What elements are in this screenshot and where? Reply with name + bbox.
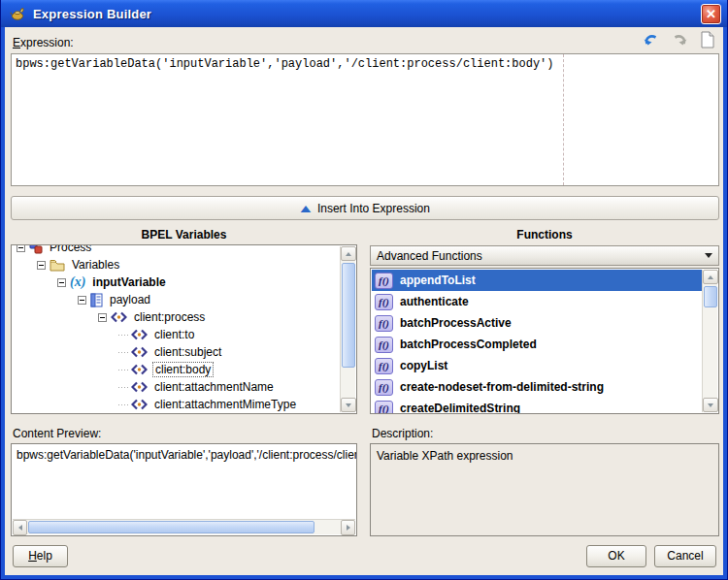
function-name: appendToList — [400, 274, 476, 287]
xml-element-icon — [131, 329, 148, 340]
xml-element-icon — [131, 381, 148, 393]
tree-node[interactable]: client:subject — [13, 343, 340, 361]
functions-vertical-scrollbar[interactable] — [702, 270, 717, 412]
chevron-down-icon — [705, 253, 712, 258]
collapse-icon[interactable] — [78, 296, 86, 305]
tree-node-label: client:to — [152, 328, 196, 341]
expression-toolbar — [642, 30, 717, 49]
insert-button-label: Insert Into Expression — [317, 202, 430, 215]
expression-text: bpws:getVariableData('inputVariable','pa… — [16, 57, 714, 71]
scroll-down-icon[interactable] — [341, 398, 356, 412]
help-button[interactable]: Help — [13, 545, 68, 567]
dialog-body: Expression: — [5, 27, 723, 575]
xml-element-icon — [111, 311, 127, 323]
function-item[interactable]: f()copyList — [372, 355, 702, 376]
tree-node-label: inputVariable — [90, 275, 167, 289]
tree-connector — [118, 370, 130, 371]
function-item[interactable]: f()create-nodeset-from-delimited-string — [372, 376, 702, 398]
scroll-right-icon[interactable] — [341, 520, 355, 535]
tree-node[interactable]: Variables — [13, 256, 340, 274]
collapse-icon[interactable] — [98, 313, 107, 322]
xml-element-icon — [131, 399, 148, 410]
tree-node-label: payload — [108, 293, 152, 306]
functions-scrollbar-thumb[interactable] — [704, 286, 717, 307]
bpel-variables-tree[interactable]: ProcessVariables(x)inputVariablepayloadc… — [11, 244, 357, 414]
function-icon: f() — [375, 294, 393, 310]
description-label: Description: — [372, 427, 433, 440]
function-name: batchProcessActive — [400, 316, 512, 330]
function-item[interactable]: f()appendToList — [372, 270, 702, 291]
undo-icon[interactable] — [642, 30, 661, 49]
insert-arrow-icon: ▲ — [297, 203, 314, 214]
tree-node[interactable]: client:attachmentURI — [13, 413, 340, 414]
function-icon: f() — [375, 315, 393, 332]
tree-connector — [118, 352, 130, 353]
tree-vertical-scrollbar[interactable] — [340, 246, 355, 412]
description-text: Variable XPath expression — [377, 449, 513, 463]
tree-connector — [118, 404, 130, 405]
insert-into-expression-button[interactable]: ▲ Insert Into Expression — [11, 196, 719, 220]
function-icon: f() — [375, 358, 393, 374]
tree-connector — [118, 387, 130, 388]
window-titlebar[interactable]: Expression Builder ✕ — [1, 0, 727, 27]
collapse-icon[interactable] — [17, 244, 25, 252]
tree-node[interactable]: client:attachmentName — [13, 378, 340, 396]
function-name: batchProcessCompleted — [400, 338, 537, 351]
tree-node-label: client:subject — [152, 345, 223, 359]
tree-scrollbar-thumb[interactable] — [342, 263, 355, 368]
tree-node-label: client:attachmentName — [152, 380, 276, 394]
function-icon: f() — [375, 273, 393, 289]
function-name: authenticate — [400, 295, 469, 308]
function-category-dropdown[interactable]: Advanced Functions — [370, 245, 719, 266]
scroll-left-icon[interactable] — [13, 520, 27, 535]
redo-icon[interactable] — [670, 30, 689, 49]
collapse-icon[interactable] — [57, 278, 66, 287]
variable-x-icon: (x) — [70, 274, 85, 290]
tree-node[interactable]: payload — [13, 291, 340, 308]
xml-element-icon — [131, 346, 148, 358]
functions-header: Functions — [370, 228, 719, 242]
scroll-up-icon[interactable] — [703, 270, 718, 284]
tree-node[interactable]: client:attachmentMimeType — [13, 396, 340, 413]
tree-node-label: client:attachmentMimeType — [152, 398, 298, 411]
content-preview-text: bpws:getVariableData('inputVariable','pa… — [17, 448, 357, 462]
scroll-down-icon[interactable] — [703, 398, 718, 412]
expression-builder-dialog: Expression Builder ✕ Expression: — [0, 0, 728, 580]
right-margin-guide — [563, 54, 564, 185]
function-name: create-nodeset-from-delimited-string — [400, 380, 604, 394]
payload-icon — [90, 293, 103, 307]
content-preview-box: bpws:getVariableData('inputVariable','pa… — [11, 443, 357, 536]
preview-scrollbar-thumb[interactable] — [28, 521, 314, 533]
functions-list[interactable]: f()appendToListf()authenticatef()batchPr… — [370, 268, 719, 414]
app-icon — [8, 4, 27, 23]
expression-label: Expression: — [13, 36, 74, 49]
clear-expression-icon[interactable] — [698, 30, 717, 49]
tree-connector — [118, 335, 130, 336]
preview-horizontal-scrollbar[interactable] — [13, 519, 355, 534]
function-item[interactable]: f()batchProcessCompleted — [372, 334, 702, 355]
tree-node[interactable]: (x)inputVariable — [13, 274, 340, 291]
function-icon: f() — [375, 379, 393, 396]
folder-icon — [50, 259, 65, 272]
function-item[interactable]: f()createDelimitedString — [372, 398, 702, 414]
scroll-up-icon[interactable] — [341, 246, 356, 261]
tree-rows: ProcessVariables(x)inputVariablepayloadc… — [13, 244, 340, 414]
close-button[interactable]: ✕ — [701, 4, 721, 24]
cancel-button[interactable]: Cancel — [654, 545, 716, 567]
function-item[interactable]: f()batchProcessActive — [372, 312, 702, 334]
xml-element-icon — [131, 364, 148, 375]
process-icon — [29, 244, 43, 254]
expression-editor[interactable]: bpws:getVariableData('inputVariable','pa… — [11, 53, 719, 186]
collapse-icon[interactable] — [37, 261, 46, 270]
description-box: Variable XPath expression — [370, 443, 719, 536]
function-item[interactable]: f()authenticate — [372, 291, 702, 312]
tree-node[interactable]: client:body — [13, 361, 340, 378]
content-preview-label: Content Preview: — [13, 427, 101, 440]
tree-node[interactable]: Process — [13, 244, 340, 256]
tree-node-label: client:body — [152, 362, 214, 377]
ok-button[interactable]: OK — [586, 545, 646, 567]
bpel-variables-header: BPEL Variables — [11, 228, 357, 242]
function-category-value: Advanced Functions — [377, 249, 705, 263]
tree-node[interactable]: client:to — [13, 326, 340, 343]
tree-node[interactable]: client:process — [13, 308, 340, 326]
